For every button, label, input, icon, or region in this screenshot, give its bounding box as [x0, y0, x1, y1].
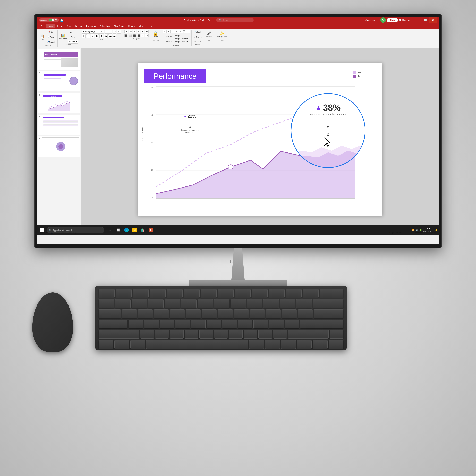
align-right-button[interactable]: ⬛ — [133, 34, 136, 37]
key-arrow-left[interactable] — [297, 340, 312, 349]
key-n[interactable] — [214, 330, 228, 339]
key-f[interactable] — [175, 320, 190, 328]
font-increase-button[interactable]: A+ — [113, 30, 117, 34]
key-backspace[interactable] — [313, 299, 343, 308]
key-t[interactable] — [186, 309, 201, 318]
menu-view[interactable]: View — [137, 24, 146, 28]
key-bracket-close[interactable] — [298, 309, 313, 318]
dictate-button[interactable]: 🎤 Dictate — [206, 30, 212, 39]
slide-thumb-2[interactable]: 2 — [38, 71, 80, 91]
key-o[interactable] — [250, 309, 265, 318]
key-f2[interactable] — [133, 289, 149, 298]
key-1[interactable] — [115, 299, 131, 308]
key-arrow-down[interactable] — [313, 340, 327, 349]
key-f8[interactable] — [235, 289, 251, 298]
key-l[interactable] — [254, 320, 268, 328]
key-2[interactable] — [132, 299, 147, 308]
key-enter[interactable] — [314, 309, 343, 318]
key-semi[interactable] — [269, 320, 284, 328]
key-y[interactable] — [202, 309, 217, 318]
key-arrow-up[interactable] — [330, 330, 343, 339]
key-ctrl-right[interactable] — [281, 340, 296, 349]
menu-design[interactable]: Design — [73, 24, 84, 28]
taskbar-search[interactable]: 🔍 Type here to search — [47, 227, 104, 233]
replace-button[interactable]: ↔ Replace — [193, 35, 203, 39]
key-ctrl-left[interactable] — [99, 340, 113, 349]
bullet-list-button[interactable]: ≡ — [124, 30, 128, 33]
key-q[interactable] — [122, 309, 137, 318]
shape-outline-button[interactable]: Shape Outline ▾ — [174, 37, 189, 40]
taskview-button[interactable]: ⊞ — [106, 226, 114, 234]
key-minus[interactable] — [280, 299, 295, 308]
key-w[interactable] — [138, 309, 153, 318]
key-8[interactable] — [231, 299, 246, 308]
copy-button[interactable]: 📄 Copy — [46, 35, 56, 39]
align-center-button[interactable]: ⬜ — [129, 34, 132, 37]
numbered-list-button[interactable]: 1≡ — [129, 30, 132, 33]
key-x[interactable] — [155, 330, 169, 339]
key-f7[interactable] — [218, 289, 234, 298]
format-painter-button[interactable]: 🖌️ Format — [46, 40, 56, 45]
key-u[interactable] — [218, 309, 233, 318]
start-button[interactable] — [38, 226, 46, 234]
key-shift-left[interactable] — [99, 330, 139, 339]
font-color-button[interactable]: Aa▾ — [108, 34, 112, 38]
key-quote[interactable] — [285, 320, 299, 328]
new-slide-button[interactable]: 🖼️ New Slide — [59, 32, 68, 41]
slide-thumb-1[interactable]: 1 Sales Proposal — [38, 49, 80, 70]
key-enter-2[interactable] — [300, 320, 343, 328]
slide-thumb-4[interactable]: 4 — [38, 115, 80, 135]
key-h[interactable] — [206, 320, 221, 328]
minimize-button[interactable]: — — [413, 17, 421, 23]
key-del[interactable] — [320, 289, 343, 298]
layout-button[interactable]: Layout ▾ — [68, 30, 78, 34]
text-direction-button[interactable]: ⊡ — [145, 34, 149, 37]
key-p[interactable] — [266, 309, 281, 318]
arrow-tool[interactable]: → — [167, 30, 170, 33]
comments-button[interactable]: 💬 Comments — [399, 19, 412, 21]
key-d[interactable] — [160, 320, 174, 328]
file-explorer-button[interactable]: 📁 — [131, 226, 138, 234]
select-button[interactable]: Select ▾ — [194, 40, 202, 43]
share-button[interactable]: Share — [387, 18, 398, 22]
menu-insert[interactable]: Insert — [55, 24, 65, 28]
char-spacing-button[interactable]: AV — [104, 34, 108, 38]
key-equals[interactable] — [296, 299, 312, 308]
key-i[interactable] — [234, 309, 249, 318]
store-button[interactable]: 🛍️ — [139, 226, 147, 234]
increase-indent-button[interactable]: → — [137, 30, 140, 33]
menu-slideshow[interactable]: Slide Show — [112, 24, 126, 28]
line-tool[interactable]: ╱ — [163, 30, 166, 33]
font-decrease-button[interactable]: A- — [117, 30, 121, 34]
key-s[interactable] — [144, 320, 159, 328]
underline-button[interactable]: U — [91, 34, 94, 38]
save-icon[interactable]: 💾 — [60, 18, 63, 22]
key-a[interactable] — [129, 320, 143, 328]
key-c[interactable] — [170, 330, 184, 339]
key-backtick[interactable] — [99, 299, 114, 308]
maximize-button[interactable]: ⬜ — [421, 17, 429, 23]
key-j[interactable] — [222, 320, 237, 328]
decrease-indent-button[interactable]: ← — [133, 30, 136, 33]
slide-thumb-5[interactable]: 5 Our Differentiators — [38, 136, 80, 157]
key-m[interactable] — [229, 330, 243, 339]
cut-button[interactable]: ✂️ Cut — [46, 30, 56, 34]
key-esc[interactable] — [99, 289, 115, 298]
italic-button[interactable]: I — [86, 34, 90, 38]
notification-icon[interactable]: 🔔 — [435, 229, 438, 231]
key-k[interactable] — [238, 320, 253, 328]
paste-button[interactable]: 📋 Paste — [39, 32, 45, 42]
quick-styles-button[interactable]: Quick Styles▾ — [163, 39, 174, 44]
smart-art-button[interactable]: ⊞ — [145, 30, 149, 33]
key-v[interactable] — [185, 330, 198, 339]
arrange-button[interactable]: Arrange▾ — [163, 34, 174, 39]
key-e[interactable] — [154, 309, 169, 318]
find-button[interactable]: 🔍 Find — [193, 30, 203, 34]
section-dropdown[interactable]: Section ▾ — [68, 40, 78, 44]
key-b[interactable] — [199, 330, 213, 339]
shape-fill-button[interactable]: Shape Fill ▾ — [174, 34, 189, 37]
shape-effects-button[interactable]: Shape Effects ▾ — [174, 40, 189, 43]
protect-button[interactable]: 🔒 Protect — [152, 30, 160, 39]
key-bracket-open[interactable] — [282, 309, 297, 318]
line-spacing-button[interactable]: ↕ — [141, 34, 144, 37]
